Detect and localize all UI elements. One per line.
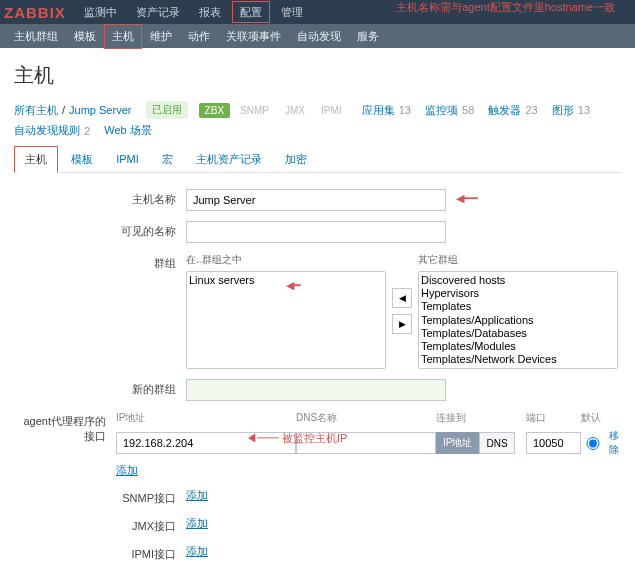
link-items[interactable]: 监控项 [425,103,458,118]
sub-navbar: 主机群组 模板 主机 维护 动作 关联项事件 自动发现 服务 [0,24,635,48]
link-web[interactable]: Web 场景 [104,123,151,138]
subnav-discovery[interactable]: 自动发现 [289,24,349,49]
tab-templates[interactable]: 模板 [61,147,103,172]
ip-input[interactable] [116,432,296,454]
nav-monitoring[interactable]: 监测中 [76,1,125,23]
nav-reports[interactable]: 报表 [191,1,229,23]
page-title: 主机 [14,62,621,89]
bc-host[interactable]: Jump Server [69,104,131,116]
add-agent-if[interactable]: 添加 [116,464,138,476]
badge-jmx: JMX [279,103,311,118]
top-nav: 监测中 资产记录 报表 配置 管理 [76,5,311,20]
subnav-maintenance[interactable]: 维护 [142,24,180,49]
label-agent-if: agent代理程序的接口 [14,411,116,444]
subnav-hostgroups[interactable]: 主机群组 [6,24,66,49]
header-in-group: 在..群组之中 [186,253,386,267]
link-graphs[interactable]: 图形 [552,103,574,118]
link-discovery[interactable]: 自动发现规则 [14,123,80,138]
add-snmp-if[interactable]: 添加 [186,489,208,501]
connect-ip-button[interactable]: IP地址 [436,432,479,454]
visible-name-input[interactable] [186,221,446,243]
move-right-button[interactable]: ▶ [392,314,412,334]
subnav-correlation[interactable]: 关联项事件 [218,24,289,49]
tab-ipmi[interactable]: IPMI [106,148,149,170]
top-navbar: ZABBIX 监测中 资产记录 报表 配置 管理 [0,0,635,24]
subnav-actions[interactable]: 动作 [180,24,218,49]
link-triggers[interactable]: 触发器 [488,103,521,118]
nav-configuration[interactable]: 配置 [232,1,270,23]
default-radio[interactable] [581,437,605,450]
nav-admin[interactable]: 管理 [273,1,311,23]
port-input[interactable] [526,432,581,454]
tab-macros[interactable]: 宏 [152,147,183,172]
subnav-hosts[interactable]: 主机 [104,24,142,49]
move-left-button[interactable]: ◀ [392,288,412,308]
label-jmx-if: JMX接口 [14,516,186,534]
label-snmp-if: SNMP接口 [14,488,186,506]
header-other-group: 其它群组 [418,253,618,267]
tabs: 主机 模板 IPMI 宏 主机资产记录 加密 主机名称需与agent配置文件里h… [14,146,621,173]
badge-zbx: ZBX [199,103,230,118]
subnav-templates[interactable]: 模板 [66,24,104,49]
tab-encryption[interactable]: 加密 [275,147,317,172]
connect-dns-button[interactable]: DNS [479,432,514,454]
label-visible: 可见的名称 [14,221,186,239]
in-groups-select[interactable]: Linux servers [186,271,386,369]
arrow-icon: ◀━━ [456,192,478,205]
label-new-group: 新的群组 [14,379,186,397]
tab-inventory[interactable]: 主机资产记录 [186,147,272,172]
breadcrumb: 所有主机 / Jump Server 已启用 ZBX SNMP JMX IPMI… [14,101,621,138]
dns-input[interactable] [296,432,436,454]
nav-inventory[interactable]: 资产记录 [128,1,188,23]
logo: ZABBIX [4,4,66,21]
new-group-input[interactable] [186,379,446,401]
page-content: 主机 所有主机 / Jump Server 已启用 ZBX SNMP JMX I… [0,48,635,564]
label-hostname: 主机名称 [14,189,186,207]
link-apps[interactable]: 应用集 [362,103,395,118]
badge-snmp: SNMP [234,103,275,118]
subnav-services[interactable]: 服务 [349,24,387,49]
badge-ipmi: IPMI [315,103,348,118]
label-groups: 群组 [14,253,186,271]
hostname-input[interactable] [186,189,446,211]
bc-all-hosts[interactable]: 所有主机 [14,103,58,118]
add-ipmi-if[interactable]: 添加 [186,545,208,557]
status-enabled: 已启用 [146,101,188,119]
label-ipmi-if: IPMI接口 [14,544,186,562]
add-jmx-if[interactable]: 添加 [186,517,208,529]
tab-host[interactable]: 主机 [14,146,58,173]
other-groups-select[interactable]: Discovered hostsHypervisors TemplatesTem… [418,271,618,369]
